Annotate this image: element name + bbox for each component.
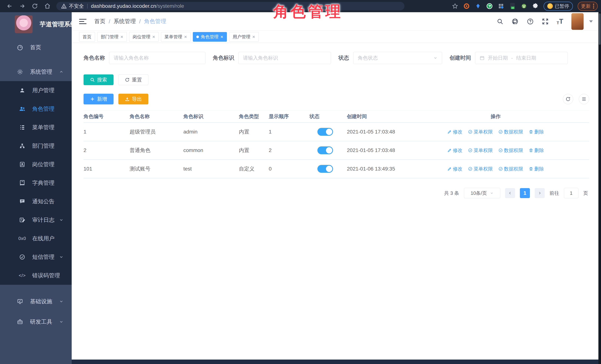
close-icon[interactable] <box>252 35 255 38</box>
sidebar-item-users[interactable]: 用户管理 <box>0 81 72 100</box>
goto-page-input[interactable] <box>564 188 578 198</box>
sidebar-item-home[interactable]: 首页 <box>0 38 72 57</box>
extension-green-circle-icon[interactable] <box>486 3 493 10</box>
fullscreen-icon[interactable] <box>542 18 549 25</box>
next-page-button[interactable] <box>535 188 545 198</box>
sidebar-item-sms[interactable]: 短信管理 <box>0 248 72 266</box>
profile-paused-chip[interactable]: 已暂停 <box>544 2 573 11</box>
not-secure-warning-icon <box>61 3 67 9</box>
close-icon[interactable] <box>120 35 123 38</box>
status-toggle[interactable] <box>317 165 333 173</box>
edit-link[interactable]: 修改 <box>447 147 462 154</box>
create-time-label: 创建时间 <box>450 54 471 62</box>
search-icon[interactable] <box>497 18 503 25</box>
forward-icon[interactable] <box>19 2 26 10</box>
close-icon[interactable] <box>184 35 187 38</box>
font-size-icon[interactable]: TT <box>557 18 563 25</box>
caret-down-icon[interactable] <box>589 20 593 23</box>
online-users-icon: 0x0 <box>19 236 26 241</box>
page-size-select[interactable]: 10条/页 <box>464 188 500 198</box>
extensions-puzzle-icon[interactable] <box>532 3 539 10</box>
home-icon[interactable] <box>44 2 51 10</box>
edit-link[interactable]: 修改 <box>447 129 462 135</box>
sidebar-item-label: 字典管理 <box>32 179 54 187</box>
role-created: 2021-01-06 13:49:35 <box>343 166 435 172</box>
sidebar-item-online-users[interactable]: 0x0 在线用户 <box>0 229 72 248</box>
tab-roles-active[interactable]: 角色管理 <box>193 32 227 42</box>
sidebar-item-infrastructure[interactable]: 基础设施 <box>0 292 72 311</box>
sidebar-logo-row[interactable]: 芋道管理系统 <box>0 12 72 31</box>
browser-scrollbar[interactable] <box>598 12 601 364</box>
data-permission-link[interactable]: 数据权限 <box>498 129 523 135</box>
status-toggle[interactable] <box>317 128 333 136</box>
sidebar-item-departments[interactable]: 部门管理 <box>0 137 72 155</box>
extension-target-icon[interactable] <box>463 3 470 10</box>
reset-button[interactable]: 重置 <box>118 74 148 85</box>
reload-icon[interactable] <box>31 2 39 10</box>
extension-grid-icon[interactable] <box>498 3 504 10</box>
sidebar-item-system[interactable]: 系统管理 <box>0 63 72 81</box>
sidebar-item-posts[interactable]: 岗位管理 <box>0 155 72 174</box>
refresh-table-button[interactable] <box>563 94 573 104</box>
avatar[interactable] <box>571 13 584 30</box>
tab-menus[interactable]: 菜单管理 <box>161 32 190 42</box>
add-button[interactable]: 新增 <box>83 94 113 104</box>
export-button[interactable]: 导出 <box>118 94 148 104</box>
search-button[interactable]: 搜索 <box>83 74 113 85</box>
scrollbar-thumb[interactable] <box>599 13 601 45</box>
extension-on-badge-icon[interactable]: on <box>509 3 516 10</box>
tab-users[interactable]: 用户管理 <box>229 32 259 42</box>
page-number-current[interactable]: 1 <box>520 188 530 198</box>
role-order: 1 <box>269 129 310 135</box>
sidebar-item-audit-log[interactable]: 审计日志 <box>0 211 72 229</box>
back-icon[interactable] <box>6 2 13 10</box>
breadcrumb-home[interactable]: 首页 <box>94 18 105 25</box>
tab-departments[interactable]: 部门管理 <box>97 32 127 42</box>
breadcrumb-separator: / <box>109 18 110 25</box>
github-icon[interactable] <box>511 18 519 25</box>
address-bar[interactable]: 不安全 dashboard.yudao.iocoder.cn /system/r… <box>56 2 404 10</box>
data-permission-link[interactable]: 数据权限 <box>498 147 523 154</box>
sidebar-item-menus[interactable]: 菜单管理 <box>0 118 72 137</box>
sidebar-item-dev-tools[interactable]: 研发工具 <box>0 313 72 331</box>
chrome-update-button[interactable]: 更新 <box>578 2 598 11</box>
column-settings-button[interactable] <box>579 94 589 104</box>
delete-link[interactable]: 删除 <box>529 166 544 172</box>
breadcrumb-system[interactable]: 系统管理 <box>113 18 136 25</box>
close-icon[interactable] <box>152 35 155 38</box>
status-select[interactable]: 角色状态 <box>353 52 442 64</box>
status-toggle[interactable] <box>317 147 333 154</box>
extension-monkey-icon[interactable] <box>521 3 527 10</box>
bookmark-star-icon[interactable] <box>452 3 458 10</box>
download-icon <box>125 97 130 101</box>
menu-permission-link[interactable]: 菜单权限 <box>468 129 493 135</box>
role-name-input[interactable] <box>114 55 201 61</box>
browser-extensions-area: on 已暂停 更新 <box>452 2 598 11</box>
sidebar-item-notice[interactable]: 通知公告 <box>0 192 72 211</box>
sidebar-item-error-codes[interactable]: </> 错误码管理 <box>0 266 72 285</box>
sidebar-item-roles[interactable]: 角色管理 <box>0 100 72 118</box>
delete-link[interactable]: 删除 <box>529 129 544 135</box>
help-circle-icon[interactable] <box>527 18 534 25</box>
chevron-down-icon <box>59 255 63 259</box>
edit-link[interactable]: 修改 <box>447 166 462 172</box>
chevron-right-icon <box>538 191 541 195</box>
role-code-input[interactable] <box>243 55 326 61</box>
role-type: 内置 <box>239 147 269 154</box>
menu-permission-link[interactable]: 菜单权限 <box>468 166 493 172</box>
menu-permission-link[interactable]: 菜单权限 <box>468 147 493 154</box>
sidebar-item-dict[interactable]: 字典管理 <box>0 174 72 192</box>
date-range-picker[interactable]: 开始日期 - 结束日期 <box>475 52 568 64</box>
status-select-placeholder: 角色状态 <box>358 55 378 61</box>
prev-page-button[interactable] <box>505 188 515 198</box>
close-icon[interactable] <box>220 35 223 38</box>
data-permission-link[interactable]: 数据权限 <box>498 166 523 172</box>
col-header-code: 角色标识 <box>183 113 239 120</box>
tab-posts[interactable]: 岗位管理 <box>129 32 159 42</box>
sidebar-item-label: 角色管理 <box>32 105 54 113</box>
add-button-label: 新增 <box>97 96 107 102</box>
tab-home[interactable]: 首页 <box>79 32 95 42</box>
sidebar-toggle-icon[interactable] <box>79 18 87 25</box>
extension-gem-icon[interactable] <box>475 3 481 10</box>
delete-link[interactable]: 删除 <box>529 147 544 154</box>
